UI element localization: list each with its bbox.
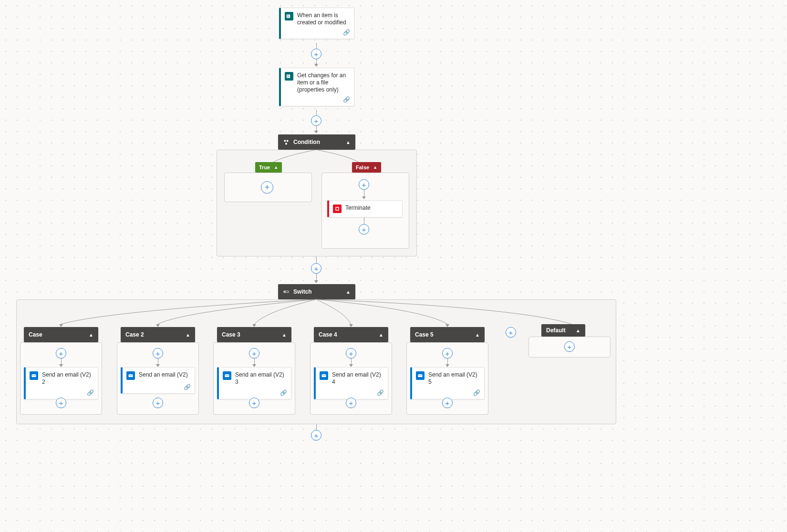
chevron-up-icon: ▲ bbox=[373, 165, 377, 170]
outlook-icon bbox=[30, 371, 38, 380]
action-title: Send an email (V2) 2 bbox=[42, 371, 94, 386]
send-email-card[interactable]: Send an email (V2) 3 🔗 bbox=[217, 367, 291, 399]
outlook-icon bbox=[416, 371, 425, 380]
add-action-button[interactable]: + bbox=[346, 398, 356, 408]
get-changes-title: Get changes for an item or a file (prope… bbox=[297, 72, 349, 93]
connection-icon: 🔗 bbox=[87, 389, 94, 396]
chevron-up-icon: ▲ bbox=[576, 328, 580, 333]
connector-line bbox=[364, 217, 364, 224]
add-case-button[interactable]: + bbox=[506, 327, 516, 338]
add-step-button[interactable]: + bbox=[311, 430, 321, 440]
connection-icon: 🔗 bbox=[473, 389, 480, 396]
chevron-up-icon: ▲ bbox=[346, 140, 351, 145]
add-action-button[interactable]: + bbox=[346, 348, 356, 358]
add-action-button[interactable]: + bbox=[249, 348, 259, 358]
outlook-icon bbox=[223, 371, 231, 380]
case-header[interactable]: Case 2 ▲ bbox=[121, 327, 195, 342]
connector-line bbox=[316, 256, 317, 263]
outlook-icon bbox=[126, 371, 135, 380]
add-step-button[interactable]: + bbox=[311, 263, 321, 274]
connection-icon: 🔗 bbox=[343, 29, 350, 36]
case-label: Case 3 bbox=[222, 331, 282, 338]
connection-icon: 🔗 bbox=[377, 389, 384, 396]
add-action-button[interactable]: + bbox=[359, 224, 369, 235]
true-badge[interactable]: True ▲ bbox=[255, 162, 282, 173]
connector-line bbox=[316, 274, 317, 280]
chevron-up-icon: ▲ bbox=[346, 289, 351, 295]
add-step-button[interactable]: + bbox=[311, 49, 321, 59]
sharepoint-icon: S bbox=[285, 12, 293, 20]
trigger-title: When an item is created or modified bbox=[297, 12, 349, 26]
add-action-button[interactable]: + bbox=[261, 181, 273, 194]
add-action-button[interactable]: + bbox=[56, 348, 66, 358]
svg-rect-18 bbox=[225, 374, 229, 377]
send-email-card[interactable]: Send an email (V2) 2 🔗 bbox=[24, 367, 98, 399]
connector-line bbox=[158, 358, 158, 364]
chevron-up-icon: ▲ bbox=[475, 332, 480, 338]
connector-line bbox=[316, 59, 317, 64]
connector-line bbox=[254, 358, 255, 364]
add-action-button[interactable]: + bbox=[442, 348, 453, 358]
connector-line bbox=[61, 358, 62, 364]
send-email-card[interactable]: Send an email (V2) 5 🔗 bbox=[410, 367, 485, 399]
case-header[interactable]: Case ▲ bbox=[24, 327, 98, 342]
case-label: Case 5 bbox=[415, 331, 475, 338]
add-action-button[interactable]: + bbox=[359, 179, 369, 190]
add-action-button[interactable]: + bbox=[564, 341, 575, 352]
add-action-button[interactable]: + bbox=[153, 348, 163, 358]
connector-line bbox=[351, 358, 352, 364]
connector-line bbox=[316, 126, 317, 131]
outlook-icon bbox=[320, 371, 328, 380]
svg-text:S: S bbox=[287, 15, 289, 18]
add-step-button[interactable]: + bbox=[311, 115, 321, 126]
trigger-card[interactable]: S When an item is created or modified 🔗 bbox=[279, 8, 354, 39]
svg-rect-9 bbox=[284, 291, 286, 292]
chevron-up-icon: ▲ bbox=[89, 332, 93, 338]
svg-rect-16 bbox=[32, 374, 36, 377]
case-label: Case 2 bbox=[125, 331, 186, 338]
terminate-card[interactable]: Terminate bbox=[327, 200, 403, 217]
case-header[interactable]: Case 3 ▲ bbox=[217, 327, 291, 342]
action-title: Send an email (V2) 4 bbox=[332, 371, 384, 386]
chevron-up-icon: ▲ bbox=[282, 332, 287, 338]
svg-text:S: S bbox=[287, 75, 289, 78]
arrow-down-icon bbox=[314, 64, 318, 67]
true-label: True bbox=[259, 164, 270, 170]
add-action-button[interactable]: + bbox=[56, 398, 66, 408]
connector-line bbox=[364, 190, 364, 196]
switch-title: Switch bbox=[293, 288, 346, 295]
false-label: False bbox=[356, 164, 369, 170]
add-action-button[interactable]: + bbox=[153, 398, 163, 408]
false-badge[interactable]: False ▲ bbox=[352, 162, 381, 173]
case-label: Case bbox=[29, 331, 89, 338]
default-header[interactable]: Default ▲ bbox=[541, 324, 585, 337]
condition-icon bbox=[283, 139, 290, 145]
switch-header[interactable]: Switch ▲ bbox=[278, 284, 355, 299]
get-changes-card[interactable]: S Get changes for an item or a file (pro… bbox=[279, 68, 354, 106]
condition-title: Condition bbox=[293, 139, 346, 145]
add-action-button[interactable]: + bbox=[249, 398, 259, 408]
svg-rect-17 bbox=[129, 374, 133, 377]
connection-icon: 🔗 bbox=[343, 96, 350, 103]
chevron-up-icon: ▲ bbox=[186, 332, 190, 338]
action-title: Send an email (V2) 3 bbox=[235, 371, 287, 386]
arrow-down-icon bbox=[362, 196, 366, 199]
send-email-card[interactable]: Send an email (V2) 4 🔗 bbox=[314, 367, 388, 399]
svg-rect-20 bbox=[418, 374, 423, 377]
condition-header[interactable]: Condition ▲ bbox=[278, 134, 355, 150]
terminate-icon bbox=[333, 205, 342, 213]
arrow-down-icon bbox=[314, 131, 318, 133]
connection-icon: 🔗 bbox=[280, 389, 287, 396]
chevron-up-icon: ▲ bbox=[379, 332, 383, 338]
connector-line bbox=[447, 358, 448, 364]
add-action-button[interactable]: + bbox=[442, 398, 453, 408]
arrow-down-icon bbox=[314, 280, 318, 283]
case-header[interactable]: Case 5 ▲ bbox=[410, 327, 485, 342]
action-title: Send an email (V2) bbox=[139, 371, 188, 379]
connector-line bbox=[316, 110, 317, 115]
case-label: Case 4 bbox=[319, 331, 379, 338]
connector-line bbox=[316, 43, 317, 49]
case-header[interactable]: Case 4 ▲ bbox=[314, 327, 388, 342]
sharepoint-icon: S bbox=[285, 72, 293, 81]
send-email-card[interactable]: Send an email (V2) 🔗 bbox=[121, 367, 195, 394]
